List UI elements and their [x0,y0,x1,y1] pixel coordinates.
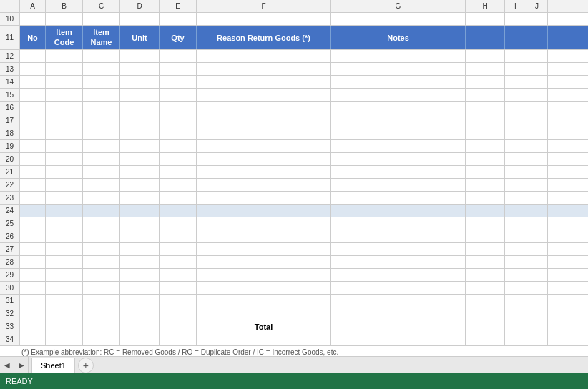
cell-i27[interactable] [505,243,526,255]
col-header-i[interactable]: I [505,0,526,12]
cell-f34[interactable] [197,333,331,345]
cell-g14[interactable] [331,76,466,88]
cell-c32[interactable] [83,307,120,320]
cell-c26[interactable] [83,230,120,242]
add-sheet-button[interactable]: + [78,358,94,373]
cell-a32[interactable] [20,307,46,320]
cell-d15[interactable] [120,89,160,101]
cell-a23[interactable] [20,192,46,204]
cell-i10[interactable] [505,13,526,25]
cell-e10[interactable] [160,13,197,25]
cell-j24[interactable] [526,205,548,217]
cell-g19[interactable] [331,140,466,152]
cell-e19[interactable] [160,140,197,152]
cell-h16[interactable] [466,102,505,114]
cell-j15[interactable] [526,89,548,101]
cell-h33[interactable] [466,320,505,333]
cell-f21[interactable] [197,166,331,178]
cell-a33[interactable] [20,320,46,333]
cell-a20[interactable] [20,153,46,165]
cell-d26[interactable] [120,230,160,242]
cell-f10[interactable] [197,13,331,25]
tab-next-arrow[interactable]: ▶ [14,357,29,374]
cell-a13[interactable] [20,63,46,75]
cell-b12[interactable] [46,50,83,62]
cell-b25[interactable] [46,217,83,230]
cell-b10[interactable] [46,13,83,25]
cell-a10[interactable] [20,13,46,25]
cell-i14[interactable] [505,76,526,88]
cell-f17[interactable] [197,114,331,127]
cell-j31[interactable] [526,295,548,307]
cell-c18[interactable] [83,127,120,139]
cell-i34[interactable] [505,333,526,345]
cell-f29[interactable] [197,269,331,281]
cell-d18[interactable] [120,127,160,139]
col-header-b[interactable]: B [46,0,83,12]
cell-i26[interactable] [505,230,526,242]
cell-b33[interactable] [46,320,83,333]
cell-a30[interactable] [20,282,46,294]
cell-g21[interactable] [331,166,466,178]
cell-j19[interactable] [526,140,548,152]
cell-g20[interactable] [331,153,466,165]
cell-g32[interactable] [331,307,466,320]
cell-h32[interactable] [466,307,505,320]
cell-j34[interactable] [526,333,548,345]
cell-g24[interactable] [331,205,466,217]
cell-d13[interactable] [120,63,160,75]
cell-j23[interactable] [526,192,548,204]
cell-b34[interactable] [46,333,83,345]
col-header-a[interactable]: A [20,0,46,12]
cell-h22[interactable] [466,179,505,191]
cell-g34[interactable] [331,333,466,345]
cell-i13[interactable] [505,63,526,75]
cell-j16[interactable] [526,102,548,114]
cell-c22[interactable] [83,179,120,191]
cell-b32[interactable] [46,307,83,320]
tab-prev-arrow[interactable]: ◀ [0,357,14,374]
cell-j25[interactable] [526,217,548,230]
cell-b17[interactable] [46,114,83,127]
cell-b22[interactable] [46,179,83,191]
cell-h15[interactable] [466,89,505,101]
cell-b21[interactable] [46,166,83,178]
cell-f12[interactable] [197,50,331,62]
cell-b20[interactable] [46,153,83,165]
cell-h21[interactable] [466,166,505,178]
cell-e29[interactable] [160,269,197,281]
cell-h25[interactable] [466,217,505,230]
cell-b16[interactable] [46,102,83,114]
cell-h31[interactable] [466,295,505,307]
cell-j28[interactable] [526,256,548,268]
cell-e30[interactable] [160,282,197,294]
cell-b14[interactable] [46,76,83,88]
cell-c34[interactable] [83,333,120,345]
cell-h17[interactable] [466,114,505,127]
cell-e26[interactable] [160,230,197,242]
cell-f16[interactable] [197,102,331,114]
cell-e18[interactable] [160,127,197,139]
cell-f30[interactable] [197,282,331,294]
cell-i23[interactable] [505,192,526,204]
cell-c14[interactable] [83,76,120,88]
cell-a16[interactable] [20,102,46,114]
cell-c15[interactable] [83,89,120,101]
cell-a21[interactable] [20,166,46,178]
cell-c21[interactable] [83,166,120,178]
cell-a17[interactable] [20,114,46,127]
cell-b31[interactable] [46,295,83,307]
cell-i12[interactable] [505,50,526,62]
cell-d33[interactable] [120,320,160,333]
cell-j26[interactable] [526,230,548,242]
cell-a15[interactable] [20,89,46,101]
cell-i31[interactable] [505,295,526,307]
cell-c33[interactable] [83,320,120,333]
cell-i25[interactable] [505,217,526,230]
cell-d20[interactable] [120,153,160,165]
cell-a34[interactable] [20,333,46,345]
cell-e22[interactable] [160,179,197,191]
cell-h13[interactable] [466,63,505,75]
cell-c24[interactable] [83,205,120,217]
cell-g10[interactable] [331,13,466,25]
